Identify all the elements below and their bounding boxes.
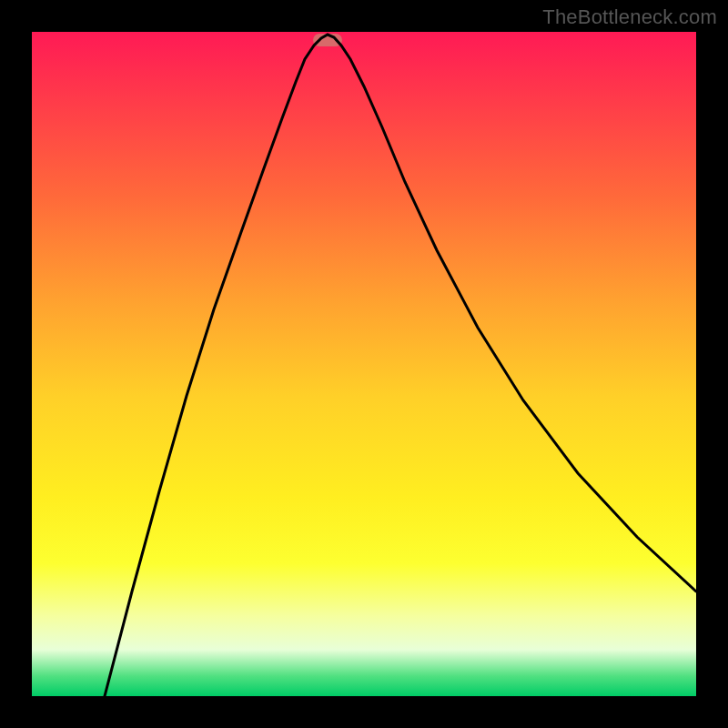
bottleneck-curve xyxy=(105,35,696,696)
watermark-text: TheBottleneck.com xyxy=(542,5,717,29)
chart-frame: TheBottleneck.com xyxy=(0,0,728,728)
curve-svg xyxy=(32,32,696,696)
plot-area xyxy=(32,32,696,696)
